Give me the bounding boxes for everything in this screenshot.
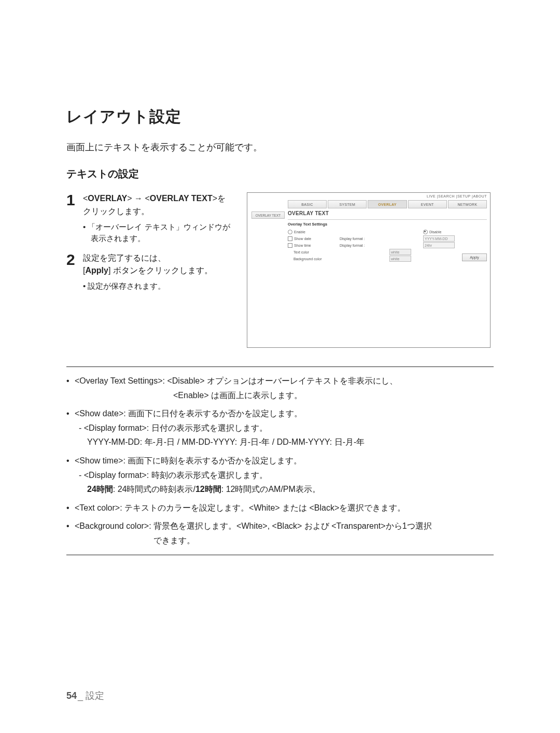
key-apply: Apply xyxy=(85,266,108,275)
sidebar-overlay-text-button[interactable]: OVERLAY TEXT xyxy=(251,212,285,219)
step-number: 1 xyxy=(66,192,78,246)
page-footer: 54_ 設定 xyxy=(66,689,104,702)
t: < xyxy=(83,194,88,203)
tab-overlay[interactable]: OVERLAY xyxy=(368,200,407,208)
step-1: 1 <OVERLAY> → <OVERLAY TEXT>を クリックします。 「… xyxy=(66,192,237,246)
display-format-label: Display format : xyxy=(340,244,384,247)
apply-button[interactable]: Apply xyxy=(462,253,487,261)
step-number: 2 xyxy=(66,252,78,293)
t: > → < xyxy=(127,194,150,203)
def-overlay-settings-2: <Enable> は画面上に表示します。 xyxy=(75,389,494,402)
page-number: 54 xyxy=(66,690,77,701)
tab-basic[interactable]: BASIC xyxy=(288,200,327,208)
def-bg-color: <Background color>: 背景色を選択します。<White>, <… xyxy=(75,519,494,533)
def-overlay-settings: <Overlay Text Settings>: <Disable> オプション… xyxy=(75,374,494,388)
step-2: 2 設定を完了するには、 [Apply] ボタンをクリックします。 設定が保存さ… xyxy=(66,252,237,293)
footer-sep: _ xyxy=(78,690,86,701)
show-time-checkbox[interactable] xyxy=(288,243,292,248)
date-format-select[interactable]: YYYY-MM-DD xyxy=(423,235,455,242)
show-date-checkbox[interactable] xyxy=(288,236,292,241)
t: ] ボタンをクリックします。 xyxy=(108,266,213,275)
lead-text: 画面上にテキストを表示することが可能です。 xyxy=(66,141,494,153)
t: >を xyxy=(213,194,226,203)
step-list: 1 <OVERLAY> → <OVERLAY TEXT>を クリックします。 「… xyxy=(66,192,237,300)
step-1-note: 「オーバーレイ テキスト」ウィンドウが表示されます。 xyxy=(83,221,237,245)
def-show-time-formats: 24時間: 24時間式の時刻表示/12時間: 12時間式のAM/PM表示。 xyxy=(87,483,494,496)
enable-label: Enable xyxy=(294,230,305,234)
tab-network[interactable]: NETWORK xyxy=(448,200,487,208)
show-date-label: Show date xyxy=(294,237,311,241)
bg-color-select[interactable]: white xyxy=(389,256,411,262)
definition-list: • <Overlay Text Settings>: <Disable> オプシ… xyxy=(66,374,494,547)
show-time-label: Show time xyxy=(294,244,311,247)
footer-label: 設定 xyxy=(86,690,104,701)
t: クリックします。 xyxy=(83,207,149,216)
settings-group-title: Overlay Text Settings xyxy=(288,219,487,227)
text-color-select[interactable]: white xyxy=(389,249,411,255)
def-show-time-format: - <Display format>: 時刻の表示形式を選択します。 xyxy=(79,469,494,482)
def-show-time: <Show time>: 画面下に時刻を表示するか否かを設定します。 xyxy=(75,454,494,468)
tab-event[interactable]: EVENT xyxy=(408,200,447,208)
text-color-label: Text color xyxy=(288,250,345,254)
def-bg-color-2: できます。 xyxy=(75,534,494,547)
display-format-label: Display format : xyxy=(340,237,384,241)
enable-radio[interactable] xyxy=(288,230,292,234)
subsection-title: テキストの設定 xyxy=(66,167,494,181)
def-show-date-format: - <Display format>: 日付の表示形式を選択します。 xyxy=(79,421,494,435)
def-text-color: <Text color>: テキストのカラーを設定します。<White> または… xyxy=(75,501,494,515)
step-2-note: 設定が保存されます。 xyxy=(83,280,213,292)
key-overlay-text: OVERLAY TEXT xyxy=(150,194,213,203)
divider xyxy=(66,366,494,367)
def-show-date: <Show date>: 画面下に日付を表示するか否かを設定します。 xyxy=(75,407,494,420)
divider xyxy=(66,555,494,555)
panel-title: OVERLAY TEXT xyxy=(288,210,487,216)
overlay-text-window: LIVE |SEARCH |SETUP |ABOUT BASIC SYSTEM … xyxy=(247,192,491,348)
bg-color-label: Background color xyxy=(288,257,345,261)
disable-radio[interactable] xyxy=(423,230,428,234)
tab-system[interactable]: SYSTEM xyxy=(328,200,367,208)
tab-bar: BASIC SYSTEM OVERLAY EVENT NETWORK xyxy=(288,200,487,207)
disable-label: Disable xyxy=(429,230,441,234)
time-format-select[interactable]: 24hr xyxy=(423,242,455,248)
def-show-date-formats: YYYY-MM-DD: 年-月-日 / MM-DD-YYYY: 月-日-年 / … xyxy=(87,435,494,449)
key-overlay: OVERLAY xyxy=(88,194,127,203)
screenshot: LIVE |SEARCH |SETUP |ABOUT BASIC SYSTEM … xyxy=(247,192,494,348)
section-title: レイアウト設定 xyxy=(66,106,494,128)
top-nav: LIVE |SEARCH |SETUP |ABOUT xyxy=(427,194,487,198)
t: 設定を完了するには、 xyxy=(83,253,166,262)
